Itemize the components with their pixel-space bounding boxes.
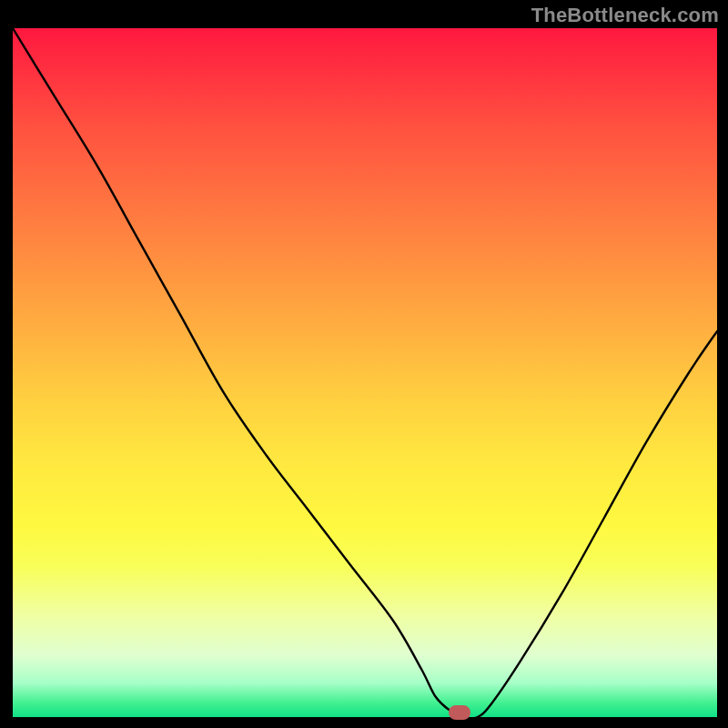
plot-area: [13, 28, 717, 717]
bottleneck-curve: [13, 28, 717, 717]
watermark-text: TheBottleneck.com: [531, 4, 719, 27]
chart-frame: TheBottleneck.com: [0, 0, 728, 728]
optimum-marker: [449, 705, 470, 720]
